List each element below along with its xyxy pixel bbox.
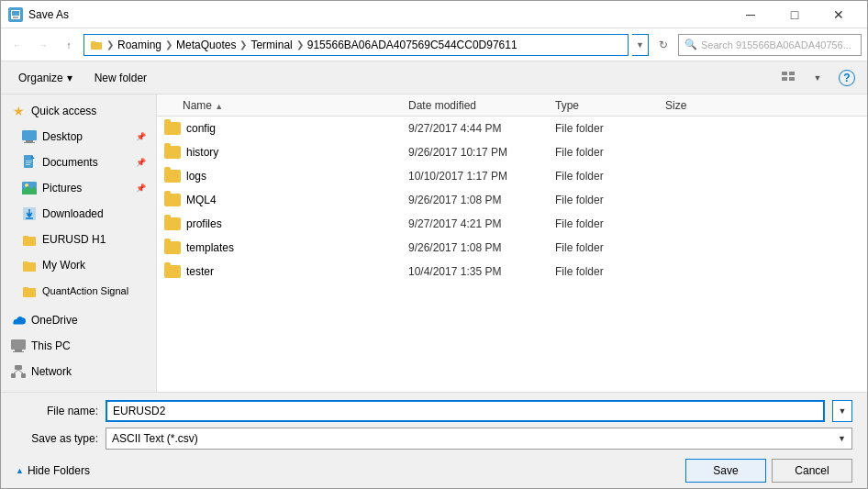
organize-button[interactable]: Organize ▾ xyxy=(8,65,83,91)
file-cell-type: File folder xyxy=(555,217,665,230)
onedrive-label: OneDrive xyxy=(31,314,78,327)
hide-folders-label: Hide Folders xyxy=(28,464,90,477)
pictures-label: Pictures xyxy=(42,182,82,194)
svg-rect-8 xyxy=(789,77,795,81)
filename-input[interactable] xyxy=(106,400,825,422)
pictures-icon xyxy=(22,181,37,195)
savetype-select[interactable]: ASCII Text (*.csv) ▼ xyxy=(106,428,852,450)
sidebar-item-documents[interactable]: Documents 📌 xyxy=(3,150,154,175)
hide-folders-arrow-icon: ▲ xyxy=(16,466,24,475)
column-size[interactable]: Size xyxy=(665,99,739,112)
sidebar-item-desktop[interactable]: Desktop 📌 xyxy=(3,124,154,150)
view-options-button[interactable] xyxy=(775,65,801,91)
filename-dropdown-btn[interactable]: ▼ xyxy=(832,400,852,422)
save-button[interactable]: Save xyxy=(685,459,766,483)
up-button[interactable]: ↑ xyxy=(58,34,80,56)
svg-line-36 xyxy=(14,370,18,373)
folder-icon xyxy=(164,265,181,278)
documents-pin-icon: 📌 xyxy=(136,158,146,167)
svg-rect-31 xyxy=(15,350,22,351)
sidebar-item-quantaction[interactable]: QuantAction Signal xyxy=(3,278,154,304)
sidebar-item-pictures[interactable]: Pictures 📌 xyxy=(3,175,154,201)
toolbar: Organize ▾ New folder ▼ ? xyxy=(1,61,867,94)
svg-rect-4 xyxy=(91,41,95,43)
filename-row: File name: ▼ xyxy=(16,400,852,422)
search-box[interactable]: 🔍 Search 915566BA06ADA40756... xyxy=(678,34,862,56)
sidebar-item-thispc[interactable]: This PC xyxy=(3,333,154,359)
sidebar-item-eurusd[interactable]: EURUSD H1 xyxy=(3,227,154,252)
refresh-button[interactable]: ↻ xyxy=(652,34,674,56)
network-icon xyxy=(11,364,26,379)
sidebar-item-quick-access[interactable]: ★ Quick access xyxy=(3,98,154,124)
svg-rect-34 xyxy=(11,373,16,378)
file-name: logs xyxy=(186,170,206,183)
table-row[interactable]: profiles 9/27/2017 4:21 PM File folder xyxy=(157,212,867,236)
quantaction-label: QuantAction Signal xyxy=(42,285,128,296)
bottom-area: File name: ▼ Save as type: ASCII Text (*… xyxy=(1,392,867,488)
sidebar-item-network[interactable]: Network xyxy=(3,359,154,384)
sidebar-item-downloaded[interactable]: Downloaded xyxy=(3,201,154,227)
file-cell-date: 9/27/2017 4:21 PM xyxy=(408,217,555,230)
file-name: tester xyxy=(186,265,214,278)
sidebar-item-mywork[interactable]: My Work xyxy=(3,252,154,278)
column-date[interactable]: Date modified xyxy=(408,99,555,112)
sidebar: ★ Quick access Desktop 📌 Documents 📌 xyxy=(1,94,157,392)
table-row[interactable]: MQL4 9/26/2017 1:08 PM File folder xyxy=(157,188,867,212)
dialog-title: Save As xyxy=(28,8,69,21)
svg-rect-3 xyxy=(91,42,102,50)
cancel-button[interactable]: Cancel xyxy=(772,459,852,483)
minimize-button[interactable]: ─ xyxy=(729,1,772,28)
table-row[interactable]: config 9/27/2017 4:44 PM File folder xyxy=(157,117,867,140)
svg-rect-16 xyxy=(26,164,30,165)
window-controls: ─ □ ✕ xyxy=(729,1,860,28)
table-row[interactable]: logs 10/10/2017 1:17 PM File folder xyxy=(157,164,867,188)
svg-marker-13 xyxy=(31,155,35,159)
address-path[interactable]: ❯ Roaming ❯ MetaQuotes ❯ Terminal ❯ 9155… xyxy=(83,34,629,56)
file-name: history xyxy=(186,146,218,159)
svg-rect-7 xyxy=(782,77,787,81)
quantaction-icon xyxy=(22,283,37,298)
file-cell-name: config xyxy=(161,122,408,135)
savetype-row: Save as type: ASCII Text (*.csv) ▼ xyxy=(16,428,852,450)
thispc-label: This PC xyxy=(31,339,71,352)
file-cell-name: tester xyxy=(161,265,408,278)
search-placeholder: Search 915566BA06ADA40756... xyxy=(701,39,851,50)
table-row[interactable]: templates 9/26/2017 1:08 PM File folder xyxy=(157,236,867,260)
file-cell-name: logs xyxy=(161,170,408,183)
maximize-button[interactable]: □ xyxy=(773,1,816,28)
column-name[interactable]: Name ▲ xyxy=(161,99,408,112)
dialog-icon xyxy=(8,7,23,22)
column-type[interactable]: Type xyxy=(555,99,665,112)
folder-icon xyxy=(164,170,181,183)
path-metaquotes: MetaQuotes xyxy=(176,39,236,51)
svg-rect-6 xyxy=(789,72,795,75)
view-dropdown-button[interactable]: ▼ xyxy=(805,65,830,91)
svg-rect-2 xyxy=(13,17,18,18)
view-dropdown-arrow: ▼ xyxy=(814,73,822,83)
file-cell-date: 9/27/2017 4:44 PM xyxy=(408,122,555,135)
main-content: ★ Quick access Desktop 📌 Documents 📌 xyxy=(1,94,867,392)
help-icon: ? xyxy=(839,70,855,86)
svg-rect-5 xyxy=(782,72,787,75)
table-row[interactable]: tester 10/4/2017 1:35 PM File folder xyxy=(157,260,867,283)
path-dropdown-button[interactable]: ▼ xyxy=(632,34,649,56)
forward-button[interactable]: → xyxy=(32,34,54,56)
svg-rect-10 xyxy=(26,140,33,142)
close-button[interactable]: ✕ xyxy=(818,1,860,28)
back-button[interactable]: ← xyxy=(6,34,28,56)
sidebar-item-onedrive[interactable]: OneDrive xyxy=(3,307,154,333)
path-roaming: Roaming xyxy=(117,39,161,51)
mywork-icon xyxy=(22,258,37,272)
new-folder-button[interactable]: New folder xyxy=(84,65,157,91)
path-terminal: Terminal xyxy=(250,39,292,51)
table-row[interactable]: history 9/26/2017 10:17 PM File folder xyxy=(157,140,867,164)
svg-rect-25 xyxy=(23,236,28,239)
bottom-buttons: ▲ Hide Folders Save Cancel xyxy=(16,455,852,484)
downloaded-label: Downloaded xyxy=(42,207,104,220)
file-name: MQL4 xyxy=(186,194,217,206)
help-button[interactable]: ? xyxy=(834,65,860,91)
hide-folders-button[interactable]: ▲ Hide Folders xyxy=(16,464,90,477)
file-cell-type: File folder xyxy=(555,194,665,206)
mywork-label: My Work xyxy=(42,259,85,272)
file-cell-type: File folder xyxy=(555,146,665,159)
